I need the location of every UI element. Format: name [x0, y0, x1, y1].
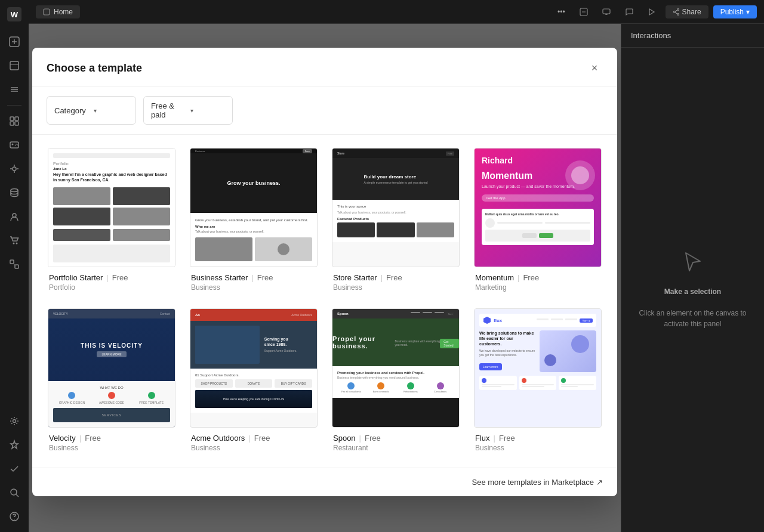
- template-name-business-starter: Business Starter | Free: [191, 273, 316, 282]
- template-card-flux[interactable]: flux Sign up: [473, 307, 603, 456]
- elements-icon[interactable]: [4, 110, 25, 132]
- template-card-store-starter[interactable]: Store Free Build your dream store A simp…: [331, 147, 461, 295]
- app-logo: W: [5, 5, 24, 24]
- svg-rect-10: [10, 117, 14, 120]
- svg-text:W: W: [11, 10, 19, 19]
- template-card-business-starter[interactable]: Business Free Grow your business. Grow y…: [189, 147, 319, 295]
- template-card-spoon[interactable]: Spoon Sort: [331, 307, 461, 456]
- svg-point-23: [13, 243, 15, 245]
- templates-grid: Portfolio Jane Lo Hey there! I'm a creat…: [47, 147, 603, 456]
- publish-button[interactable]: Publish ▾: [713, 5, 757, 18]
- cms-icon[interactable]: [4, 182, 25, 203]
- modal-filters: Category ▾ Free & paid ▾: [32, 86, 617, 135]
- home-tab[interactable]: Home: [36, 5, 80, 18]
- publish-label: Publish: [720, 8, 744, 16]
- template-name-spoon: Spoon | Free: [333, 434, 458, 443]
- home-tab-label: Home: [54, 8, 73, 16]
- svg-line-30: [16, 494, 19, 497]
- svg-rect-11: [15, 117, 19, 120]
- modal-close-button[interactable]: ×: [586, 60, 603, 76]
- template-name-store-starter: Store Starter | Free: [333, 273, 458, 282]
- comment-button[interactable]: [620, 5, 638, 18]
- search-icon[interactable]: [4, 482, 25, 503]
- play-button[interactable]: [643, 5, 661, 18]
- preview-mode-button[interactable]: [575, 5, 593, 18]
- sidebar-divider: [7, 105, 21, 106]
- main-area: Home ••• Share Publish: [29, 0, 764, 532]
- template-name-velocity: Velocity | Free: [49, 434, 174, 443]
- template-info-acme: Acme Outdoors | Free Business: [190, 428, 318, 454]
- layers-icon[interactable]: [4, 79, 25, 100]
- paid-filter[interactable]: Free & paid ▾: [143, 96, 233, 125]
- modal-body: Portfolio Jane Lo Hey there! I'm a creat…: [32, 135, 617, 468]
- pages-icon[interactable]: [4, 55, 25, 76]
- svg-rect-33: [44, 9, 50, 15]
- template-preview-business-starter: Business Free Grow your business. Grow y…: [190, 148, 318, 267]
- desktop-preview-button[interactable]: [597, 5, 615, 18]
- template-preview-momentum: Richard Momentum Launch your product — a…: [474, 148, 602, 267]
- template-info-store-starter: Store Starter | Free Business: [332, 267, 460, 294]
- svg-point-24: [16, 243, 18, 245]
- share-label: Share: [682, 8, 701, 16]
- settings-icon[interactable]: [4, 410, 25, 432]
- svg-line-43: [675, 12, 677, 13]
- template-card-portfolio-starter[interactable]: Portfolio Jane Lo Hey there! I'm a creat…: [47, 147, 177, 295]
- right-panel: Interactions Make a selection Click an e…: [621, 24, 764, 532]
- marketplace-link-label: See more templates in Marketplace: [472, 478, 594, 487]
- marketplace-link[interactable]: See more templates in Marketplace ↗: [472, 478, 603, 487]
- paid-chevron-icon: ▾: [190, 107, 225, 114]
- members-icon[interactable]: [4, 206, 25, 227]
- svg-point-29: [11, 489, 17, 495]
- svg-point-42: [677, 13, 679, 15]
- right-panel-hint: Make a selection Click an element on the…: [631, 286, 754, 329]
- modal-overlay: Choose a template × Category ▾ Free & pa…: [29, 24, 621, 532]
- share-button[interactable]: Share: [666, 5, 708, 18]
- category-chevron-icon: ▾: [94, 107, 128, 114]
- template-info-momentum: Momentum | Free Marketing: [474, 267, 602, 294]
- template-name-portfolio-starter: Portfolio Starter | Free: [49, 273, 174, 282]
- template-info-flux: Flux | Free Business: [474, 428, 602, 454]
- template-info-business-starter: Business Starter | Free Business: [190, 267, 318, 294]
- template-card-momentum[interactable]: Richard Momentum Launch your product — a…: [473, 147, 603, 295]
- ai-icon[interactable]: [4, 434, 25, 456]
- media-icon[interactable]: [4, 134, 25, 156]
- template-card-acme[interactable]: Ao Acme Outdoors S: [189, 307, 319, 456]
- ecommerce-icon[interactable]: [4, 230, 25, 251]
- svg-point-28: [13, 420, 16, 423]
- template-info-velocity: Velocity | Free Business: [48, 428, 175, 454]
- svg-marker-45: [483, 317, 491, 324]
- cursor-icon: [681, 250, 705, 279]
- template-card-velocity[interactable]: VELOCITY Contact THIS IS VELOCITY LEARN …: [47, 307, 177, 456]
- svg-rect-13: [15, 122, 19, 125]
- more-button[interactable]: •••: [553, 5, 570, 18]
- svg-point-22: [13, 214, 16, 217]
- add-icon[interactable]: [4, 31, 25, 52]
- canvas-area: Choose a template × Category ▾ Free & pa…: [29, 24, 621, 532]
- modal-footer: See more templates in Marketplace ↗: [32, 468, 617, 496]
- svg-point-21: [11, 189, 18, 192]
- marketplace-arrow-icon: ↗: [596, 478, 603, 487]
- apps-icon[interactable]: [4, 158, 25, 180]
- template-info-portfolio-starter: Portfolio Starter | Free Portfolio: [48, 267, 175, 294]
- template-name-acme: Acme Outdoors | Free: [191, 434, 316, 443]
- help-icon[interactable]: [4, 506, 25, 527]
- template-preview-portfolio-starter: Portfolio Jane Lo Hey there! I'm a creat…: [48, 148, 175, 267]
- left-sidebar: W: [0, 0, 29, 532]
- topbar-actions: ••• Share Publish ▾: [553, 5, 757, 18]
- integrations-icon[interactable]: [4, 253, 25, 275]
- right-panel-body: Make a selection Click an element on the…: [621, 48, 764, 532]
- svg-point-40: [677, 8, 679, 10]
- svg-rect-12: [10, 122, 14, 125]
- svg-point-15: [12, 144, 14, 146]
- category-filter-label: Category: [54, 106, 89, 115]
- done-icon[interactable]: [4, 458, 25, 480]
- svg-point-32: [14, 519, 15, 520]
- modal-header: Choose a template ×: [32, 48, 617, 86]
- svg-marker-39: [649, 9, 654, 15]
- template-preview-velocity: VELOCITY Contact THIS IS VELOCITY LEARN …: [48, 308, 175, 428]
- topbar: Home ••• Share Publish: [29, 0, 764, 24]
- svg-rect-26: [15, 265, 19, 268]
- category-filter[interactable]: Category ▾: [47, 96, 136, 125]
- svg-point-16: [13, 167, 16, 171]
- paid-filter-label: Free & paid: [151, 101, 186, 119]
